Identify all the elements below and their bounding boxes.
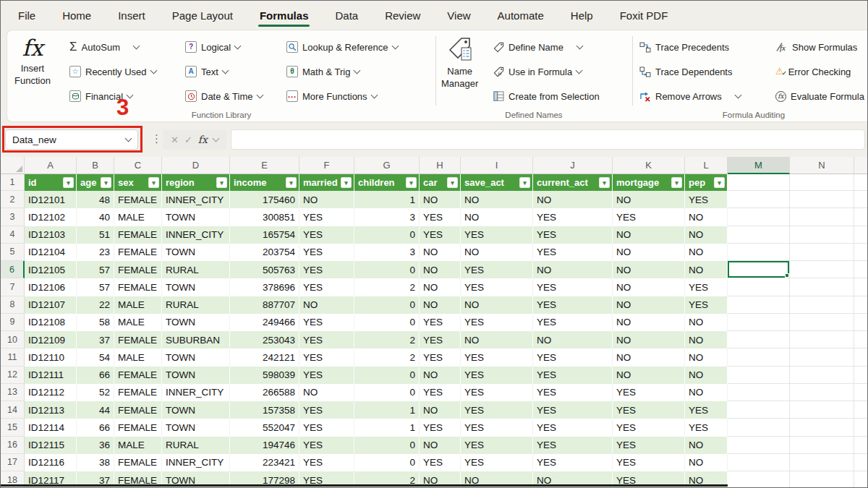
cell-H17[interactable]: YES [420, 454, 461, 471]
cell-M17[interactable] [728, 454, 790, 471]
table-header-cell-married[interactable]: married▾ [299, 174, 354, 191]
lookup-reference-button[interactable]: Lookup & Reference [286, 37, 398, 57]
cell-K2[interactable]: NO [613, 191, 685, 208]
cell-J17[interactable]: YES [533, 454, 613, 471]
cell-H8[interactable]: NO [420, 296, 461, 314]
cell-N2[interactable] [790, 191, 854, 208]
tab-page-layout[interactable]: Page Layout [172, 1, 233, 30]
recently-used-button[interactable]: ☆Recently Used [69, 61, 156, 82]
cell-I8[interactable]: NO [461, 296, 533, 314]
select-all-corner[interactable] [1, 157, 25, 174]
tab-help[interactable]: Help [571, 1, 593, 30]
cell-J2[interactable]: NO [533, 191, 613, 208]
cell-K13[interactable]: YES [613, 384, 685, 401]
evaluate-formula-button[interactable]: fxEvaluate Formula [775, 86, 864, 106]
tab-home[interactable]: Home [62, 1, 91, 30]
create-from-selection-button[interactable]: Create from Selection [493, 86, 600, 106]
cell-B13[interactable]: 52 [77, 384, 114, 401]
cell-K11[interactable]: NO [613, 348, 685, 366]
cell-C7[interactable]: FEMALE [114, 278, 162, 296]
cell-F17[interactable]: YES [299, 454, 354, 471]
cell-E5[interactable]: 203754 [230, 244, 299, 261]
cell-L13[interactable]: NO [685, 384, 728, 401]
define-name-button[interactable]: Define Name [493, 37, 600, 57]
cell-B11[interactable]: 54 [77, 348, 114, 366]
cell-A2[interactable]: ID12101 [25, 191, 77, 208]
column-header-F[interactable]: F [299, 157, 354, 174]
cell-D11[interactable]: TOWN [162, 348, 230, 366]
cell-J12[interactable]: YES [533, 367, 613, 384]
cell-G2[interactable]: 1 [354, 191, 420, 208]
table-header-cell-age[interactable]: age▾ [77, 174, 114, 191]
row-number-8[interactable]: 8 [1, 296, 25, 314]
row-number-7[interactable]: 7 [1, 278, 25, 296]
cell-I7[interactable]: YES [461, 278, 533, 296]
cell-N10[interactable] [790, 331, 854, 348]
filter-dropdown-icon[interactable]: ▾ [216, 177, 227, 188]
chevron-down-icon[interactable] [370, 91, 378, 98]
cell-L8[interactable]: YES [685, 296, 728, 314]
cell-N15[interactable] [790, 419, 854, 436]
error-checking-button[interactable]: ⚠✓Error Checking [775, 61, 864, 82]
name-manager-button[interactable]: NameManager [441, 35, 478, 90]
filter-dropdown-icon[interactable]: ▾ [341, 177, 352, 188]
cell-C11[interactable]: MALE [114, 348, 162, 366]
chevron-down-icon[interactable] [576, 42, 583, 49]
column-header-D[interactable]: D [162, 157, 230, 174]
cell-B4[interactable]: 51 [77, 226, 114, 244]
cell-L16[interactable]: NO [685, 437, 728, 454]
table-header-cell-save-act[interactable]: save_act▾ [461, 174, 533, 191]
cell-B17[interactable]: 38 [77, 454, 114, 471]
trace-precedents-button[interactable]: Trace Precedents [639, 37, 741, 57]
cell-A6[interactable]: ID12105 [25, 261, 77, 278]
cell-C3[interactable]: MALE [114, 208, 162, 226]
autosum-button[interactable]: ΣAutoSum [69, 37, 156, 57]
cell-N5[interactable] [790, 244, 854, 261]
cell-E4[interactable]: 165754 [230, 226, 299, 244]
cell-J7[interactable]: YES [533, 278, 613, 296]
cell-F5[interactable]: YES [299, 244, 354, 261]
cell-F10[interactable]: YES [299, 331, 354, 348]
cell-D7[interactable]: TOWN [162, 278, 230, 296]
cell-N4[interactable] [790, 226, 854, 244]
cell-B2[interactable]: 48 [77, 191, 114, 208]
cell-D12[interactable]: TOWN [162, 367, 230, 384]
cell-G9[interactable]: 0 [354, 314, 420, 331]
cell-M4[interactable] [728, 226, 790, 244]
cell-E15[interactable]: 552047 [230, 419, 299, 436]
cell-I2[interactable]: NO [461, 191, 533, 208]
cell-L12[interactable]: NO [685, 367, 728, 384]
cell-K6[interactable]: NO [613, 261, 685, 278]
cell-H16[interactable]: NO [420, 437, 461, 454]
table-header-cell-income[interactable]: income▾ [230, 174, 299, 191]
row-number-16[interactable]: 16 [1, 437, 25, 454]
tab-automate[interactable]: Automate [498, 1, 544, 30]
cell-I12[interactable]: YES [461, 367, 533, 384]
cell-F8[interactable]: NO [299, 296, 354, 314]
cell-H5[interactable]: NO [420, 244, 461, 261]
use-in-formula-button[interactable]: fxUse in Formula [493, 61, 600, 82]
cell-M12[interactable] [728, 367, 790, 384]
cell-A15[interactable]: ID12114 [25, 419, 77, 436]
table-header-cell-region[interactable]: region▾ [162, 174, 230, 191]
cell-D2[interactable]: INNER_CITY [162, 191, 230, 208]
cell-G3[interactable]: 3 [354, 208, 420, 226]
cell-N7[interactable] [790, 278, 854, 296]
row-number-5[interactable]: 5 [1, 244, 25, 261]
cell-G12[interactable]: 0 [354, 367, 420, 384]
cell-I3[interactable]: NO [461, 208, 533, 226]
cell-B15[interactable]: 66 [77, 419, 114, 436]
selected-cell-M6[interactable] [728, 261, 790, 278]
chevron-down-icon[interactable] [212, 134, 219, 142]
date-time-button[interactable]: Date & Time [185, 86, 263, 106]
cell-M10[interactable] [728, 331, 790, 348]
cell-K9[interactable]: NO [613, 314, 685, 331]
cell-H11[interactable]: YES [420, 348, 461, 366]
row-number-10[interactable]: 10 [1, 331, 25, 348]
cell-F4[interactable]: YES [299, 226, 354, 244]
cell-D3[interactable]: TOWN [162, 208, 230, 226]
cell-H4[interactable]: YES [420, 226, 461, 244]
formula-bar-dots-handle[interactable]: ⋮ [151, 132, 162, 145]
cell-F11[interactable]: YES [299, 348, 354, 366]
cell-A16[interactable]: ID12115 [25, 437, 77, 454]
